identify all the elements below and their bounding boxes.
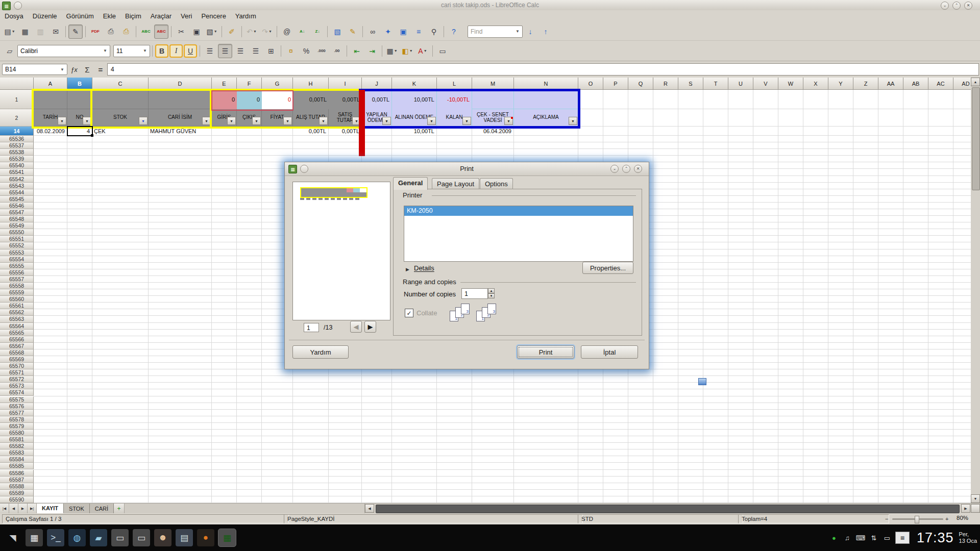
row-header-65551[interactable]: 65551 bbox=[0, 236, 34, 242]
column-header-k[interactable]: K bbox=[392, 78, 437, 90]
column-header-i[interactable]: I bbox=[329, 78, 362, 90]
column-header-v[interactable]: V bbox=[753, 78, 778, 90]
align-justify-icon[interactable]: ☰ bbox=[249, 44, 263, 58]
column-header-u[interactable]: U bbox=[728, 78, 753, 90]
column-header-c[interactable]: C bbox=[92, 78, 149, 90]
open-icon[interactable]: ▦ bbox=[18, 24, 32, 39]
page-style[interactable]: PageStyle_KAYDİ bbox=[284, 514, 583, 523]
find-replace-icon[interactable]: ∞ bbox=[365, 24, 380, 39]
row-header-65583[interactable]: 65583 bbox=[0, 449, 34, 456]
find-previous-icon[interactable]: ↑ bbox=[538, 24, 553, 39]
fill-handle[interactable] bbox=[91, 134, 93, 137]
name-box-dropdown-icon[interactable]: ▼ bbox=[60, 67, 64, 72]
row-header-65571[interactable]: 65571 bbox=[0, 369, 34, 376]
merge-cells-icon[interactable]: ⊞ bbox=[264, 44, 278, 58]
row-header-65545[interactable]: 65545 bbox=[0, 196, 34, 203]
column-header-j[interactable]: J bbox=[362, 78, 392, 90]
row-header-65546[interactable]: 65546 bbox=[0, 203, 34, 209]
print-icon[interactable]: ⎙ bbox=[104, 24, 118, 39]
column-header-s[interactable]: S bbox=[678, 78, 703, 90]
row-header-65559[interactable]: 65559 bbox=[0, 289, 34, 296]
underline-icon[interactable]: U bbox=[184, 44, 197, 58]
input-method-icon[interactable]: ⌨ bbox=[855, 533, 866, 543]
column-header-h[interactable]: H bbox=[293, 78, 329, 90]
row-header-65565[interactable]: 65565 bbox=[0, 330, 34, 336]
column-header-y[interactable]: Y bbox=[828, 78, 853, 90]
close-button[interactable]: ✕ bbox=[964, 2, 972, 10]
row-header-65566[interactable]: 65566 bbox=[0, 336, 34, 343]
menu-g-r-n-m[interactable]: Görünüm bbox=[62, 10, 99, 20]
sheet-nav-previous-icon[interactable]: ◀ bbox=[9, 504, 18, 514]
scroll-down-icon[interactable]: ▼ bbox=[971, 494, 980, 503]
menu-ara-lar[interactable]: Araçlar bbox=[146, 10, 176, 20]
row-header-65578[interactable]: 65578 bbox=[0, 416, 34, 423]
column-header-o[interactable]: O bbox=[578, 78, 603, 90]
clone-formatting-icon[interactable]: ✐ bbox=[225, 24, 239, 39]
file-manager-icon[interactable]: ▰ bbox=[90, 529, 107, 546]
row-header-65577[interactable]: 65577 bbox=[0, 410, 34, 416]
background-color-icon[interactable]: ◧▼ bbox=[400, 44, 414, 58]
data-sources-icon[interactable]: ≡ bbox=[411, 24, 426, 39]
row-header-65587[interactable]: 65587 bbox=[0, 477, 34, 483]
font-name-dropdown-icon[interactable]: ▼ bbox=[103, 48, 107, 53]
zoom-icon[interactable]: ⚲ bbox=[427, 24, 441, 39]
frame-icon[interactable]: ▭ bbox=[435, 44, 450, 58]
row-header-65555[interactable]: 65555 bbox=[0, 263, 34, 269]
dialog-close-button[interactable]: ✕ bbox=[634, 165, 642, 173]
column-header-q[interactable]: Q bbox=[628, 78, 653, 90]
column-header-ac[interactable]: AC bbox=[928, 78, 953, 90]
row-header-65569[interactable]: 65569 bbox=[0, 356, 34, 363]
app-menu-icon[interactable]: ▦ bbox=[26, 529, 43, 546]
increase-indent-icon[interactable]: ⇥ bbox=[365, 44, 379, 58]
zoom-in-icon[interactable]: + bbox=[945, 517, 950, 522]
name-box[interactable]: B14 ▼ bbox=[2, 64, 67, 75]
window-icon-2[interactable]: ▭ bbox=[133, 529, 150, 546]
autospellcheck-icon[interactable]: ABC bbox=[154, 24, 168, 39]
menu-d-zenle[interactable]: Düzenle bbox=[28, 10, 62, 20]
network-icon[interactable]: ⇅ bbox=[869, 533, 879, 543]
row-header-65570[interactable]: 65570 bbox=[0, 363, 34, 369]
vertical-scrollbar[interactable]: ▲ ▼ bbox=[971, 78, 980, 503]
cell-cursor[interactable] bbox=[67, 126, 93, 136]
row-header-65548[interactable]: 65548 bbox=[0, 216, 34, 222]
row-header-65544[interactable]: 65544 bbox=[0, 189, 34, 196]
font-size-combo[interactable]: 11▼ bbox=[113, 45, 150, 57]
find-next-icon[interactable]: ↓ bbox=[523, 24, 537, 39]
row-header-65556[interactable]: 65556 bbox=[0, 269, 34, 276]
cut-icon[interactable]: ✂ bbox=[174, 24, 188, 39]
column-header-a[interactable]: A bbox=[34, 78, 67, 90]
horizontal-scrollbar[interactable]: ◀▶ bbox=[364, 504, 980, 514]
window-menu-button[interactable] bbox=[14, 2, 22, 10]
column-header-aa[interactable]: AA bbox=[878, 78, 903, 90]
align-left-icon[interactable]: ☰ bbox=[203, 44, 217, 58]
row-header-65538[interactable]: 65538 bbox=[0, 149, 34, 156]
minimize-button[interactable]: ⌄ bbox=[941, 2, 949, 10]
font-size-dropdown-icon[interactable]: ▼ bbox=[143, 48, 147, 53]
row-header-65552[interactable]: 65552 bbox=[0, 242, 34, 249]
help-icon[interactable]: ? bbox=[447, 24, 461, 39]
previous-page-icon[interactable]: ◀ bbox=[350, 321, 362, 333]
copies-spin-up-icon[interactable]: ▲ bbox=[488, 288, 495, 293]
hyperlink-icon[interactable]: @ bbox=[280, 24, 294, 39]
redo-icon[interactable]: ↷▼ bbox=[260, 24, 274, 39]
add-sheet-icon[interactable]: + bbox=[114, 504, 125, 514]
column-header-l[interactable]: L bbox=[437, 78, 472, 90]
tab-general[interactable]: General bbox=[393, 177, 428, 190]
copies-spin-down-icon[interactable]: ▼ bbox=[488, 293, 495, 298]
contacts-icon[interactable]: ☻ bbox=[154, 529, 172, 546]
italic-icon[interactable]: I bbox=[169, 44, 183, 58]
sheet-tab-kayit[interactable]: KAYIT bbox=[37, 504, 64, 514]
maximize-button[interactable]: ⌃ bbox=[952, 2, 961, 10]
email-icon[interactable]: ✉ bbox=[48, 24, 63, 39]
floating-object-icon[interactable] bbox=[698, 378, 706, 385]
font-color-icon[interactable]: A▼ bbox=[415, 44, 430, 58]
dialog-menu-button[interactable] bbox=[300, 165, 308, 173]
row-header-65540[interactable]: 65540 bbox=[0, 162, 34, 169]
column-header-z[interactable]: Z bbox=[853, 78, 878, 90]
delete-decimal-icon[interactable]: .00 bbox=[330, 44, 344, 58]
currency-icon[interactable]: ¤ bbox=[284, 44, 298, 58]
properties-button[interactable]: Properties... bbox=[582, 262, 633, 274]
sum-icon[interactable]: Σ bbox=[81, 63, 94, 76]
row-header-65563[interactable]: 65563 bbox=[0, 316, 34, 322]
row-header-65547[interactable]: 65547 bbox=[0, 209, 34, 216]
